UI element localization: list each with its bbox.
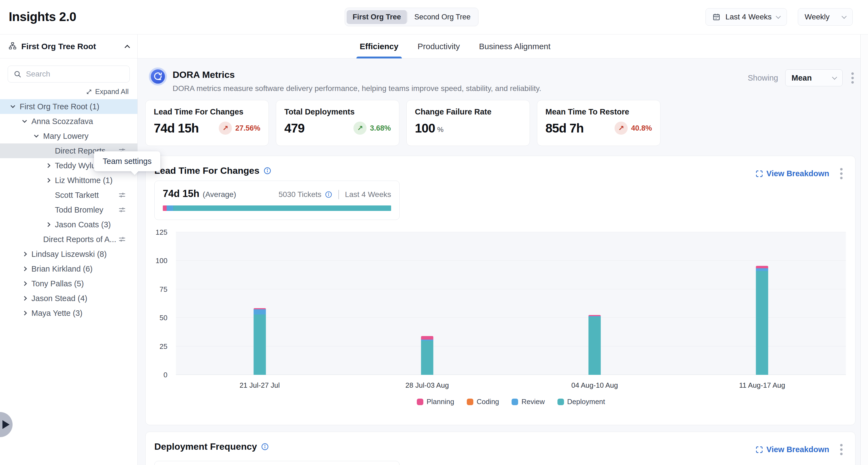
team-settings-icon[interactable] (118, 191, 126, 201)
tree-item-todd-bromley[interactable]: Todd Bromley (0, 203, 137, 217)
tab-business-alignment[interactable]: Business Alignment (479, 34, 551, 59)
tree-item-maya-yette-3[interactable]: Maya Yette (3) (0, 306, 137, 320)
chevron-right-icon[interactable] (46, 222, 51, 227)
info-icon[interactable] (263, 167, 272, 175)
tree-item-anna-scozzafava[interactable]: Anna Scozzafava (0, 114, 137, 129)
sidebar-header: First Org Tree Root (0, 34, 137, 59)
metric-card-total-deployments: Total Deployments479↗3.68% (276, 100, 399, 146)
chevron-down-icon (832, 74, 837, 80)
bar-segment-deployment (421, 341, 433, 375)
lead-time-kebab-menu[interactable] (838, 166, 844, 181)
chevron-down-icon[interactable] (11, 103, 15, 108)
top-header: Insights 2.0 First Org TreeSecond Org Tr… (0, 0, 868, 34)
org-tree-toggle: First Org TreeSecond Org Tree (345, 8, 478, 26)
search-input[interactable] (8, 66, 130, 83)
expand-icon (755, 170, 763, 178)
tree-item-tony-pallas-5[interactable]: Tony Pallas (5) (0, 276, 137, 291)
y-tick-label: 25 (148, 342, 167, 350)
chevron-right-icon[interactable] (22, 267, 27, 271)
team-settings-icon[interactable] (118, 236, 126, 245)
info-icon[interactable] (325, 191, 332, 198)
view-breakdown-button[interactable]: View Breakdown (755, 169, 829, 178)
summary-segment-deployment (173, 206, 391, 211)
arrow-up-right-icon: ↗ (615, 122, 628, 135)
tree-item-label: Jason Stead (4) (31, 294, 87, 303)
chevron-down-icon[interactable] (34, 133, 39, 138)
chevron-right-icon[interactable] (22, 311, 27, 315)
org-toggle-option-first-org-tree[interactable]: First Org Tree (347, 10, 407, 24)
bar-segment-review (756, 268, 768, 271)
tree-item-first-org-tree-root-1[interactable]: First Org Tree Root (1) (0, 99, 137, 114)
chevron-right-icon[interactable] (22, 281, 27, 286)
showing-label: Showing (748, 73, 778, 83)
metric-card-title: Total Deployments (284, 107, 391, 116)
bar-segment-planning (756, 266, 768, 268)
legend-label: Coding (476, 398, 499, 406)
trend-badge: ↗3.68% (353, 122, 391, 135)
tree-item-jason-coats-3[interactable]: Jason Coats (3) (0, 217, 137, 232)
legend-item-planning: Planning (417, 398, 454, 406)
view-breakdown-label: View Breakdown (766, 445, 829, 454)
deployment-frequency-title: Deployment Frequency (154, 441, 257, 452)
chevron-right-icon[interactable] (22, 252, 27, 256)
org-toggle-option-second-org-tree[interactable]: Second Org Tree (408, 10, 476, 24)
legend-label: Review (521, 398, 545, 406)
chevron-right-icon[interactable] (46, 178, 51, 183)
gridline-100 (176, 260, 846, 261)
metric-card-unit: % (437, 125, 443, 134)
tree-item-liz-whittome-1[interactable]: Liz Whittome (1) (0, 173, 137, 188)
collapse-sidebar-icon[interactable] (125, 45, 130, 50)
tree-item-mary-lowery[interactable]: Mary Lowery (0, 129, 137, 144)
tree-item-scott-tarkett[interactable]: Scott Tarkett (0, 188, 137, 203)
arrow-up-right-icon: ↗ (353, 122, 367, 135)
chevron-right-icon[interactable] (46, 163, 51, 168)
legend-label: Deployment (567, 398, 605, 406)
x-tick-label: 11 Aug-17 Aug (739, 381, 785, 390)
team-settings-icon[interactable] (118, 206, 126, 216)
legend-item-coding: Coding (467, 398, 499, 406)
tree-item-label: Scott Tarkett (55, 191, 99, 200)
tooltip-label: Team settings (103, 157, 152, 165)
dora-kebab-menu[interactable] (850, 71, 856, 85)
y-tick-label: 100 (148, 256, 167, 265)
trend-badge: ↗27.56% (219, 122, 260, 135)
tab-productivity[interactable]: Productivity (417, 34, 460, 59)
bar-segment-review (253, 309, 266, 314)
info-icon[interactable] (261, 443, 269, 451)
chevron-down-icon (841, 14, 846, 19)
metric-card-title: Mean Time To Restore (546, 107, 652, 116)
legend-swatch (557, 399, 564, 405)
stacked-bar-04-aug-10-aug (589, 315, 601, 375)
deployment-frequency-panel: Deployment Frequency View Breakdown (145, 432, 856, 465)
org-tree-sidebar: First Org Tree Root Expand All First Org… (0, 34, 138, 465)
chevron-right-icon[interactable] (22, 296, 27, 301)
tree-item-brian-kirkland-6[interactable]: Brian Kirkland (6) (0, 261, 137, 276)
deployment-frequency-title-row: Deployment Frequency (154, 441, 269, 452)
summary-period: Last 4 Weeks (345, 190, 391, 199)
showing-select-value: Mean (792, 73, 812, 83)
tree-item-label: Jason Coats (3) (55, 220, 111, 229)
arrow-up-right-icon: ↗ (219, 122, 232, 135)
metric-card-value: 479 (284, 121, 305, 135)
tree-item-lindsay-liszewski-8[interactable]: Lindsay Liszewski (8) (0, 247, 137, 261)
legend-swatch (467, 399, 473, 405)
tree-item-direct-reports-of-a[interactable]: Direct Reports of A... (0, 232, 137, 247)
tree-item-label: Direct Reports of A... (43, 235, 116, 244)
stacked-bar-11-aug-17-aug (756, 266, 768, 375)
view-breakdown-button[interactable]: View Breakdown (755, 445, 829, 454)
tree-item-jason-stead-4[interactable]: Jason Stead (4) (0, 291, 137, 306)
deployment-frequency-kebab-menu[interactable] (838, 442, 844, 457)
x-tick-label: 28 Jul-03 Aug (405, 381, 449, 390)
granularity-dropdown-value: Weekly (805, 12, 837, 21)
chevron-down-icon[interactable] (22, 118, 27, 123)
period-dropdown[interactable]: Last 4 Weeks (706, 8, 787, 26)
phase-summary-bar (163, 206, 391, 211)
showing-select[interactable]: Mean (785, 69, 843, 86)
scrollbar-gutter[interactable] (860, 34, 868, 465)
sidebar-header-label: First Org Tree Root (21, 42, 121, 51)
main-tabs: EfficiencyProductivityBusiness Alignment (360, 34, 551, 59)
y-tick-label: 125 (148, 228, 167, 237)
granularity-dropdown[interactable]: Weekly (798, 8, 853, 26)
expand-all-button[interactable]: Expand All (0, 85, 137, 99)
tab-efficiency[interactable]: Efficiency (360, 34, 399, 59)
